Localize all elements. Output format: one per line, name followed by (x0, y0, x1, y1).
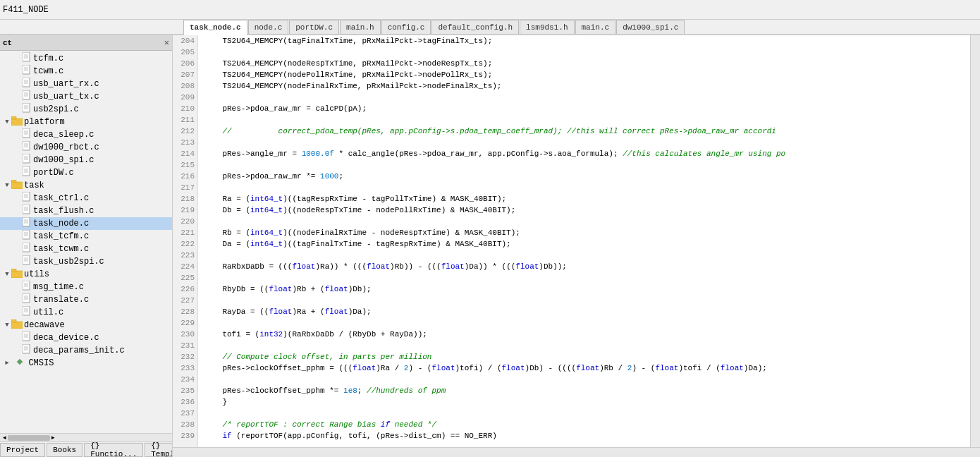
file-icon-tcfm_c (23, 52, 31, 65)
h-scrollbar[interactable] (173, 447, 980, 457)
tab-node_c[interactable]: node.c (248, 20, 289, 34)
tree-item-tcwm_c[interactable]: tcwm.c (0, 65, 172, 78)
file-icon-util_c (23, 306, 31, 319)
sidebar-title: ct (3, 39, 12, 47)
svg-rect-65 (11, 269, 16, 272)
tab-task_node_c[interactable]: task_node.c (183, 20, 247, 35)
file-icon-usb2spi_c (23, 103, 31, 116)
tree-item-task[interactable]: ▼task (0, 179, 172, 192)
tree-item-CMSIS[interactable]: ► CMSIS (0, 357, 172, 370)
tree-item-tcfm_c[interactable]: tcfm.c (0, 52, 172, 65)
bottom-tab-templates[interactable]: {} Templa... (145, 443, 173, 457)
tree-item-util_c[interactable]: util.c (0, 306, 172, 319)
tab-main_h[interactable]: main.h (340, 20, 381, 34)
tree-item-deca_sleep_c[interactable]: deca_sleep.c (0, 128, 172, 141)
svg-rect-60 (23, 255, 30, 264)
tree-item-portDW_c[interactable]: portDW.c (0, 166, 172, 179)
tree-label-usb_uart_rx_c: usb_uart_rx.c (33, 79, 99, 89)
svg-rect-38 (11, 182, 23, 189)
file-expand-icon-util_c (14, 308, 23, 317)
tab-portDW_c[interactable]: portDW.c (289, 20, 339, 34)
tree-label-task_tcwm_c: task_tcwm.c (33, 244, 89, 254)
svg-rect-22 (23, 128, 30, 138)
tab-bar: task_node.cnode.cportDW.cmain.hconfig.cd… (0, 20, 980, 35)
tab-lsm9ds1_h[interactable]: lsm9ds1.h (520, 20, 574, 34)
tree-label-translate_c: translate.c (33, 295, 89, 305)
tree-item-task_node_c[interactable]: task_node.c (0, 217, 172, 230)
tree-item-translate_c[interactable]: translate.c (0, 293, 172, 306)
svg-rect-56 (23, 243, 30, 252)
tree-label-utils: utils (24, 269, 49, 279)
svg-rect-80 (23, 331, 30, 341)
code-line-218: Ra = (int64_t)((tagRespRxTime - tagPollT… (204, 193, 970, 205)
expand-icon-platform[interactable]: ▼ (3, 118, 11, 126)
folder-icon-platform (11, 116, 23, 128)
file-expand-icon-task_tcwm_c (14, 245, 23, 253)
sidebar-hscrollbar[interactable]: ◄ ► (0, 433, 172, 441)
tree-item-utils[interactable]: ▼utils (0, 268, 172, 281)
tree-item-deca_device_c[interactable]: deca_device.c (0, 331, 172, 344)
tree-item-deca_params_init_c[interactable]: deca_params_init.c (0, 344, 172, 357)
tree-item-msg_time_c[interactable]: msg_time.c (0, 281, 172, 293)
file-expand-icon-dw1000_spi_c (14, 156, 23, 164)
folder-icon-task (11, 180, 23, 192)
bottom-tab-functions[interactable]: {} Functio... (84, 443, 143, 457)
line-number-220: 220 (173, 216, 197, 227)
tree-item-task_tcfm_c[interactable]: task_tcfm.c (0, 230, 172, 243)
code-lines[interactable]: TS2U64_MEMCPY(tagFinalTxTime, pRxMailPck… (198, 35, 970, 447)
bottom-tabs-bar: ProjectBooks{} Functio...{} Templa... (0, 441, 172, 457)
tab-main_c[interactable]: main.c (575, 20, 616, 34)
tree-item-task_flush_c[interactable]: task_flush.c (0, 205, 172, 217)
file-expand-icon-translate_c (14, 295, 23, 304)
tree-label-task_tcfm_c: task_tcfm.c (33, 231, 89, 241)
file-expand-icon-usb2spi_c (14, 105, 23, 114)
tree-label-deca_device_c: deca_device.c (33, 333, 99, 343)
expand-icon-utils[interactable]: ▼ (3, 270, 11, 279)
tab-config_c[interactable]: config.c (381, 20, 431, 34)
tree-label-task: task (24, 181, 44, 190)
file-expand-icon-usb_uart_tx_c (14, 92, 23, 101)
expand-icon-task[interactable]: ▼ (3, 181, 11, 190)
svg-rect-26 (23, 141, 30, 150)
code-line-214: pRes->angle_mr = 1000.0f * calc_angle(pR… (204, 148, 970, 159)
tree-item-usb_uart_rx_c[interactable]: usb_uart_rx.c (0, 78, 172, 90)
code-line-226: RbyDb = ((float)Rb + (float)Db); (204, 284, 970, 295)
code-content: 2042052062072082092102112122132142152162… (173, 35, 980, 447)
code-line-224: RaRbxDaDb = (((float)Ra)) * (((float)Rb)… (204, 261, 970, 272)
tab-dw1000_spi_c[interactable]: dw1000_spi.c (616, 20, 685, 34)
tree-item-task_usb2spi_c[interactable]: task_usb2spi.c (0, 255, 172, 268)
v-scrollbar[interactable] (970, 35, 980, 447)
tab-default_config_h[interactable]: default_config.h (431, 20, 519, 34)
line-number-223: 223 (173, 250, 197, 261)
svg-rect-74 (23, 306, 30, 315)
tree-item-task_tcwm_c[interactable]: task_tcwm.c (0, 243, 172, 255)
tree-item-usb_uart_tx_c[interactable]: usb_uart_tx.c (0, 90, 172, 103)
bottom-tab-books[interactable]: Books (47, 443, 82, 457)
scroll-right-btn[interactable]: ► (50, 434, 56, 441)
expand-icon-CMSIS[interactable]: ► (3, 359, 11, 367)
tree-item-dw1000_rbct_c[interactable]: dw1000_rbct.c (0, 141, 172, 154)
sidebar-close-button[interactable]: ✕ (164, 37, 169, 48)
scroll-thumb[interactable] (8, 435, 50, 441)
file-icon-task_tcwm_c (23, 243, 31, 255)
sidebar-bottom: ◄ ► ProjectBooks{} Functio...{} Templa..… (0, 433, 172, 457)
line-number-224: 224 (173, 261, 197, 272)
file-expand-icon-tcfm_c (14, 54, 23, 63)
file-expand-icon-task_node_c (14, 219, 23, 228)
tree-item-platform[interactable]: ▼platform (0, 116, 172, 128)
scroll-left-btn[interactable]: ◄ (1, 434, 8, 441)
tree-label-CMSIS: CMSIS (28, 358, 54, 368)
line-number-213: 213 (173, 137, 197, 148)
tree-item-dw1000_spi_c[interactable]: dw1000_spi.c (0, 154, 172, 166)
bottom-tab-project[interactable]: Project (0, 443, 45, 457)
line-number-236: 236 (173, 396, 197, 408)
tree-item-decawave[interactable]: ▼decawave (0, 319, 172, 331)
tree-label-util_c: util.c (33, 307, 63, 317)
expand-icon-decawave[interactable]: ▼ (3, 321, 11, 329)
svg-rect-44 (23, 205, 30, 214)
tree-item-usb2spi_c[interactable]: usb2spi.c (0, 103, 172, 116)
diamond-icon-CMSIS (11, 358, 28, 368)
tree-label-dw1000_spi_c: dw1000_spi.c (33, 155, 94, 165)
svg-rect-70 (23, 293, 30, 303)
tree-item-task_ctrl_c[interactable]: task_ctrl.c (0, 192, 172, 205)
